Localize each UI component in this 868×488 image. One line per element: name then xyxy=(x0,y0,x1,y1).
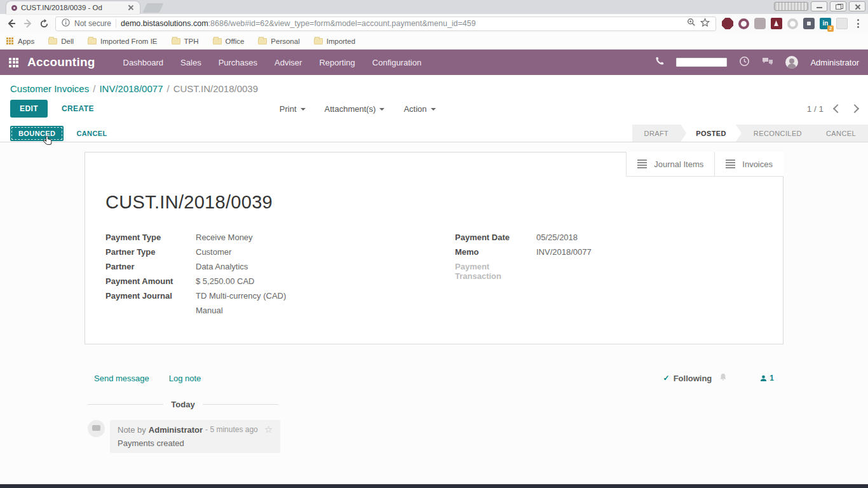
log-note-button[interactable]: Log note xyxy=(169,374,201,383)
bookmark-item[interactable]: Office xyxy=(213,37,245,45)
screen: CUST.IN/2018/0039 - Od Not secure dem xyxy=(0,0,868,488)
minimize-icon[interactable] xyxy=(811,1,827,11)
field-value[interactable]: 05/25/2018 xyxy=(536,233,763,242)
nav-item-reporting[interactable]: Reporting xyxy=(319,58,355,67)
bookmark-star-icon[interactable] xyxy=(700,18,710,30)
bookmark-label: Dell xyxy=(61,37,74,45)
bookmark-item[interactable]: Apps xyxy=(6,37,34,45)
breadcrumb-link[interactable]: INV/2018/0077 xyxy=(99,83,163,94)
pager: 1 / 1 xyxy=(807,104,858,114)
followers-counter[interactable]: 1 xyxy=(760,374,774,383)
tab-close-icon[interactable] xyxy=(127,4,135,11)
field-value[interactable] xyxy=(536,262,763,281)
send-message-button[interactable]: Send message xyxy=(94,374,149,383)
field-value[interactable]: Data Analytics xyxy=(196,262,455,271)
edit-button[interactable]: EDIT xyxy=(10,100,48,118)
date-divider: Today xyxy=(88,400,278,409)
extension-icon[interactable] xyxy=(836,18,848,29)
action-menus: PrintAttachment(s)Action xyxy=(280,104,436,114)
status-posted[interactable]: POSTED xyxy=(681,125,742,142)
smart-button-journal-items[interactable]: Journal Items xyxy=(627,152,714,176)
breadcrumb-separator: / xyxy=(93,83,95,94)
address-bar[interactable]: Not secure demo.bistasolutions.com:8686/… xyxy=(55,17,716,31)
attachments-menu[interactable]: Attachment(s) xyxy=(325,104,385,114)
user-avatar[interactable] xyxy=(785,56,798,69)
bookmark-item[interactable]: Imported xyxy=(314,37,355,45)
phone-icon[interactable] xyxy=(655,57,664,68)
chatter: Send message Log note ✓ Following 1 Toda… xyxy=(85,372,783,453)
field-label: Payment Journal xyxy=(105,291,196,301)
bookmark-label: Apps xyxy=(18,37,34,45)
field-value[interactable]: TD Multi-currency (CAD) xyxy=(196,291,455,301)
taskbar-edge xyxy=(0,484,868,488)
info-icon[interactable] xyxy=(62,18,70,29)
action-menu[interactable]: Action xyxy=(403,104,435,114)
browser-tab[interactable]: CUST.IN/2018/0039 - Od xyxy=(6,1,140,14)
star-icon[interactable]: ☆ xyxy=(264,424,273,435)
field-label: Partner Type xyxy=(105,247,196,257)
following-button[interactable]: Following xyxy=(674,374,712,383)
field-value[interactable]: INV/2018/0077 xyxy=(536,247,763,257)
field-groups: Payment TypeReceive MoneyPartner TypeCus… xyxy=(105,233,763,315)
url-text[interactable]: demo.bistasolutions.com:8686/web#id=62&v… xyxy=(121,19,476,28)
message-author[interactable]: Administrator xyxy=(149,425,203,435)
refresh-icon[interactable] xyxy=(39,18,50,29)
field-value[interactable]: Customer xyxy=(196,247,455,257)
field-group-right: Payment Date05/25/2018MemoINV/2018/0077P… xyxy=(455,233,763,315)
status-cancel[interactable]: CANCEL xyxy=(814,125,868,142)
app-title[interactable]: Accounting xyxy=(27,55,95,69)
bookmark-label: Personal xyxy=(271,37,299,45)
adblock-icon[interactable] xyxy=(722,18,733,29)
pager-previous-icon[interactable] xyxy=(833,104,842,113)
nav-item-adviser[interactable]: Adviser xyxy=(275,58,302,67)
bookmark-item[interactable]: Dell xyxy=(48,37,74,45)
messages-icon[interactable] xyxy=(762,57,773,69)
chrome-menu-icon[interactable] xyxy=(853,19,862,28)
bounced-button[interactable]: BOUNCED xyxy=(10,126,64,141)
restore-icon[interactable] xyxy=(830,1,846,11)
nav-item-sales[interactable]: Sales xyxy=(180,58,201,67)
form-view: Journal ItemsInvoices CUST.IN/2018/0039 … xyxy=(0,142,868,484)
folder-icon xyxy=(172,38,180,44)
status-reconciled[interactable]: RECONCILED xyxy=(742,125,814,142)
bell-icon[interactable] xyxy=(719,372,727,384)
nav-item-dashboard[interactable]: Dashboard xyxy=(123,58,164,67)
forward-icon[interactable] xyxy=(22,18,33,29)
status-draft[interactable]: DRAFT xyxy=(632,125,681,142)
acrobat-icon[interactable] xyxy=(771,18,782,29)
field-value[interactable]: $ 5,250.00 CAD xyxy=(196,276,455,286)
browser-profile-chip[interactable] xyxy=(774,2,808,11)
journal-lines-icon xyxy=(726,159,735,168)
print-menu[interactable]: Print xyxy=(280,104,306,114)
timer-input[interactable] xyxy=(676,58,727,67)
bookmark-item[interactable]: Personal xyxy=(258,37,299,45)
zoom-icon[interactable] xyxy=(687,18,696,29)
field-value[interactable]: Manual xyxy=(196,306,455,315)
cancel-button[interactable]: CANCEL xyxy=(76,130,107,137)
field-label: Partner xyxy=(105,262,196,271)
clock-icon[interactable] xyxy=(739,56,750,69)
nav-item-purchases[interactable]: Purchases xyxy=(219,58,257,67)
linkedin-icon[interactable]: in2 xyxy=(820,18,831,29)
create-button[interactable]: CREATE xyxy=(62,104,94,113)
apps-menu-icon[interactable] xyxy=(9,58,18,67)
new-tab-button[interactable] xyxy=(143,3,164,13)
field-value[interactable]: Receive Money xyxy=(196,233,455,242)
apps-shortcut-icon xyxy=(6,37,14,45)
extension-icon[interactable] xyxy=(787,18,798,29)
bookmark-item[interactable]: Imported From IE xyxy=(88,37,157,45)
breadcrumb-link[interactable]: Customer Invoices xyxy=(10,83,89,94)
pager-next-icon[interactable] xyxy=(850,104,859,113)
extension-icon[interactable] xyxy=(738,18,749,29)
chatter-message: Note by Administrator - 5 minutes ago ☆ … xyxy=(88,420,783,453)
extension-icon[interactable] xyxy=(803,18,815,29)
extension-icon[interactable] xyxy=(754,18,766,29)
nav-item-configuration[interactable]: Configuration xyxy=(372,58,421,67)
user-name[interactable]: Administrator xyxy=(810,58,859,67)
smart-button-invoices[interactable]: Invoices xyxy=(714,152,783,176)
back-icon[interactable] xyxy=(6,18,17,29)
bookmark-item[interactable]: TPH xyxy=(172,37,199,45)
bookmark-label: Imported From IE xyxy=(100,37,157,45)
close-icon[interactable] xyxy=(849,1,865,11)
browser-toolbar: Not secure demo.bistasolutions.com:8686/… xyxy=(0,14,868,33)
